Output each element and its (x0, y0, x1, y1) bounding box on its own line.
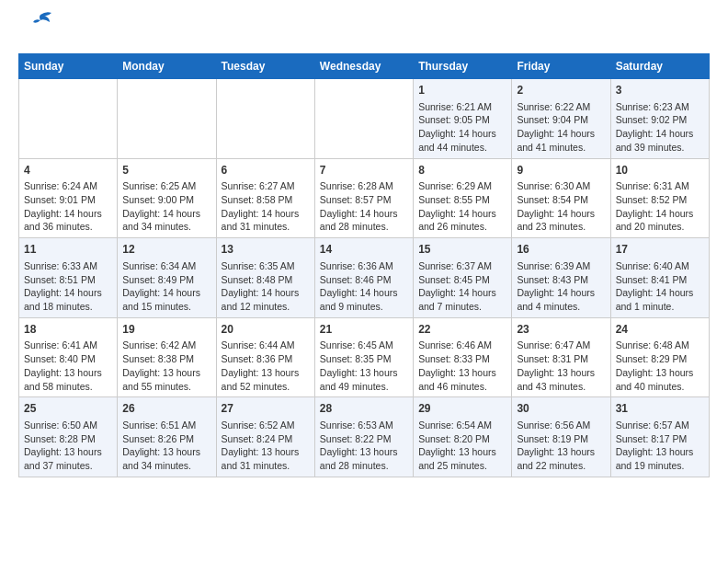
calendar-cell: 16Sunrise: 6:39 AMSunset: 8:43 PMDayligh… (512, 238, 610, 318)
day-info: Daylight: 13 hours and 49 minutes. (320, 366, 408, 393)
calendar-cell (19, 79, 118, 159)
day-info: Sunset: 8:58 PM (222, 193, 310, 207)
day-info: Daylight: 14 hours and 7 minutes. (418, 286, 506, 313)
day-info: Daylight: 14 hours and 39 minutes. (616, 127, 704, 154)
weekday-header-row: SundayMondayTuesdayWednesdayThursdayFrid… (19, 54, 710, 79)
day-info: Sunset: 9:05 PM (418, 113, 506, 127)
day-info: Sunset: 8:51 PM (24, 273, 112, 287)
calendar-cell: 2Sunrise: 6:22 AMSunset: 9:04 PMDaylight… (512, 79, 610, 159)
day-info: Sunrise: 6:37 AM (418, 259, 506, 273)
day-number: 6 (222, 163, 310, 178)
calendar-table: SundayMondayTuesdayWednesdayThursdayFrid… (18, 53, 710, 477)
day-number: 29 (418, 401, 506, 417)
calendar-cell: 10Sunrise: 6:31 AMSunset: 8:52 PMDayligh… (610, 158, 709, 238)
day-number: 18 (24, 322, 112, 338)
day-info: Sunset: 8:24 PM (222, 432, 310, 446)
calendar-cell (216, 79, 314, 159)
day-info: Sunrise: 6:27 AM (222, 179, 310, 193)
calendar-cell: 4Sunrise: 6:24 AMSunset: 9:01 PMDaylight… (19, 158, 118, 238)
day-info: Sunset: 8:41 PM (616, 273, 704, 287)
day-info: Sunset: 8:17 PM (616, 432, 704, 446)
day-number: 3 (616, 83, 704, 98)
day-info: Sunset: 9:04 PM (517, 113, 605, 127)
calendar-cell: 24Sunrise: 6:48 AMSunset: 8:29 PMDayligh… (610, 317, 709, 397)
calendar-cell: 18Sunrise: 6:41 AMSunset: 8:40 PMDayligh… (19, 317, 118, 397)
day-info: Sunrise: 6:52 AM (222, 419, 310, 432)
calendar-cell (118, 79, 216, 159)
calendar-cell: 6Sunrise: 6:27 AMSunset: 8:58 PMDaylight… (216, 158, 314, 238)
day-info: Sunrise: 6:29 AM (418, 179, 506, 193)
day-info: Sunset: 8:55 PM (418, 193, 506, 207)
day-number: 24 (616, 322, 704, 338)
day-number: 22 (418, 322, 506, 338)
weekday-header: Sunday (19, 54, 118, 79)
day-info: Sunset: 8:36 PM (222, 352, 310, 366)
day-info: Daylight: 14 hours and 44 minutes. (418, 127, 506, 154)
page-header (18, 18, 710, 39)
day-info: Sunset: 8:22 PM (320, 432, 408, 446)
calendar-week-row: 18Sunrise: 6:41 AMSunset: 8:40 PMDayligh… (19, 317, 710, 397)
calendar-cell: 8Sunrise: 6:29 AMSunset: 8:55 PMDaylight… (414, 158, 512, 238)
day-info: Daylight: 14 hours and 41 minutes. (517, 127, 605, 154)
day-info: Sunrise: 6:50 AM (24, 419, 112, 432)
calendar-cell: 31Sunrise: 6:57 AMSunset: 8:17 PMDayligh… (610, 397, 709, 477)
weekday-header: Friday (512, 54, 610, 79)
day-number: 11 (24, 242, 112, 258)
day-info: Daylight: 14 hours and 34 minutes. (122, 207, 210, 234)
day-number: 20 (222, 322, 310, 338)
calendar-cell: 29Sunrise: 6:54 AMSunset: 8:20 PMDayligh… (414, 397, 512, 477)
day-info: Daylight: 14 hours and 23 minutes. (517, 207, 605, 234)
calendar-cell: 17Sunrise: 6:40 AMSunset: 8:41 PMDayligh… (610, 238, 709, 318)
day-info: Sunset: 8:35 PM (320, 352, 408, 366)
day-info: Sunrise: 6:48 AM (616, 339, 704, 352)
day-info: Sunrise: 6:21 AM (418, 100, 506, 114)
weekday-header: Thursday (414, 54, 512, 79)
calendar-cell: 11Sunrise: 6:33 AMSunset: 8:51 PMDayligh… (19, 238, 118, 318)
day-info: Daylight: 14 hours and 18 minutes. (24, 286, 112, 313)
day-info: Daylight: 13 hours and 37 minutes. (24, 445, 112, 472)
day-number: 27 (222, 401, 310, 417)
calendar-cell: 30Sunrise: 6:56 AMSunset: 8:19 PMDayligh… (512, 397, 610, 477)
day-info: Daylight: 13 hours and 28 minutes. (320, 445, 408, 472)
calendar-cell: 15Sunrise: 6:37 AMSunset: 8:45 PMDayligh… (414, 238, 512, 318)
day-info: Sunset: 8:31 PM (517, 352, 605, 366)
day-info: Sunrise: 6:39 AM (517, 259, 605, 273)
calendar-cell: 20Sunrise: 6:44 AMSunset: 8:36 PMDayligh… (216, 317, 314, 397)
weekday-header: Saturday (610, 54, 709, 79)
day-number: 26 (122, 401, 210, 417)
day-number: 1 (418, 83, 506, 98)
day-info: Sunrise: 6:41 AM (24, 339, 112, 352)
day-info: Sunset: 8:29 PM (616, 352, 704, 366)
day-info: Sunrise: 6:45 AM (320, 339, 408, 352)
day-info: Sunset: 8:28 PM (24, 432, 112, 446)
day-info: Sunrise: 6:23 AM (616, 100, 704, 114)
day-info: Sunrise: 6:36 AM (320, 259, 408, 273)
day-info: Daylight: 14 hours and 36 minutes. (24, 207, 112, 234)
day-info: Daylight: 13 hours and 22 minutes. (517, 445, 605, 472)
day-number: 13 (222, 242, 310, 258)
day-info: Sunset: 8:26 PM (122, 432, 210, 446)
day-info: Sunrise: 6:24 AM (24, 179, 112, 193)
calendar-cell: 26Sunrise: 6:51 AMSunset: 8:26 PMDayligh… (118, 397, 216, 477)
day-info: Daylight: 13 hours and 40 minutes. (616, 366, 704, 393)
day-info: Sunset: 8:33 PM (418, 352, 506, 366)
calendar-cell: 28Sunrise: 6:53 AMSunset: 8:22 PMDayligh… (314, 397, 413, 477)
day-info: Sunset: 8:48 PM (222, 273, 310, 287)
day-info: Sunrise: 6:54 AM (418, 419, 506, 432)
weekday-header: Wednesday (314, 54, 413, 79)
day-info: Daylight: 13 hours and 43 minutes. (517, 366, 605, 393)
logo-bird-icon (22, 11, 51, 37)
day-info: Daylight: 13 hours and 58 minutes. (24, 366, 112, 393)
calendar-cell: 23Sunrise: 6:47 AMSunset: 8:31 PMDayligh… (512, 317, 610, 397)
day-number: 16 (517, 242, 605, 258)
calendar-cell: 7Sunrise: 6:28 AMSunset: 8:57 PMDaylight… (314, 158, 413, 238)
day-number: 4 (24, 163, 112, 178)
day-info: Sunset: 8:45 PM (418, 273, 506, 287)
calendar-cell: 3Sunrise: 6:23 AMSunset: 9:02 PMDaylight… (610, 79, 709, 159)
calendar-cell (314, 79, 413, 159)
day-info: Sunrise: 6:31 AM (616, 179, 704, 193)
calendar-cell: 27Sunrise: 6:52 AMSunset: 8:24 PMDayligh… (216, 397, 314, 477)
day-info: Sunrise: 6:42 AM (122, 339, 210, 352)
calendar-week-row: 4Sunrise: 6:24 AMSunset: 9:01 PMDaylight… (19, 158, 710, 238)
day-info: Daylight: 14 hours and 9 minutes. (320, 286, 408, 313)
